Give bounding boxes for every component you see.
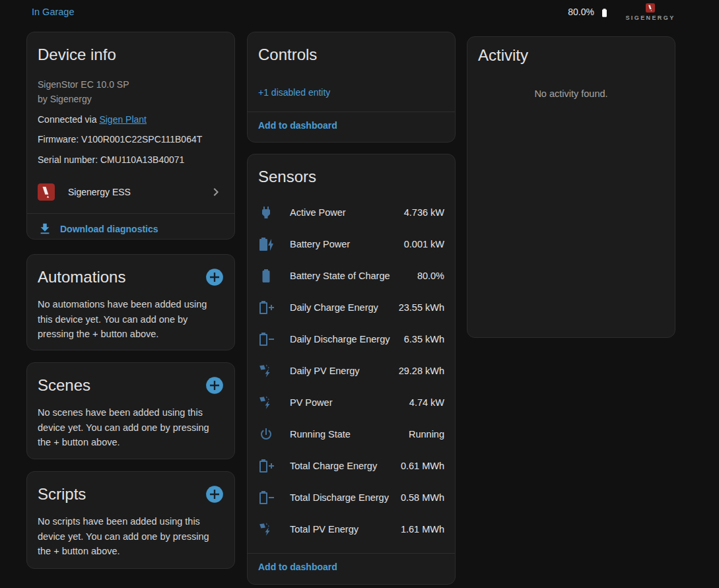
integration-row[interactable]: Sigenergy ESS (38, 176, 224, 208)
sensor-row[interactable]: Running StateRunning (258, 418, 444, 450)
battery-charging-icon (258, 236, 274, 252)
battery-minus-icon (258, 490, 274, 506)
sensors-add-to-dashboard-label: Add to dashboard (258, 562, 337, 572)
sensor-value: 1.61 MWh (401, 524, 444, 535)
right-column: Activity No activity found. (467, 0, 675, 338)
sensor-value: 23.55 kWh (399, 302, 444, 313)
sensor-row[interactable]: Daily Charge Energy23.55 kWh (258, 292, 444, 323)
sensor-label: Daily Charge Energy (290, 302, 378, 313)
sensor-row[interactable]: Total PV Energy1.61 MWh (258, 513, 444, 545)
battery-plus-icon (258, 300, 274, 315)
disabled-entities-link[interactable]: +1 disabled entity (258, 85, 330, 100)
automations-card: Automations No automations have been add… (26, 254, 235, 350)
sigenergy-integration-icon (38, 183, 55, 201)
add-automation-button[interactable] (205, 268, 224, 286)
activity-card: Activity No activity found. (467, 36, 675, 338)
sensor-label: Daily PV Energy (290, 366, 360, 376)
scenes-title: Scenes (38, 376, 90, 395)
power-plug-icon (258, 205, 274, 220)
sensor-label: Total Charge Energy (290, 461, 377, 471)
add-script-button[interactable] (205, 485, 224, 504)
add-scene-button[interactable] (205, 376, 224, 395)
sensor-row[interactable]: PV Power4.74 kW (258, 387, 444, 418)
battery-minus-icon (258, 331, 274, 347)
firmware-line: Firmware: V100R001C22SPC111B064T (38, 132, 224, 147)
middle-column: Controls +1 disabled entity Add to dashb… (247, 0, 456, 585)
solar-power-icon (258, 395, 274, 410)
sensor-list: Active Power4.736 kWBattery Power0.001 k… (258, 197, 444, 545)
sensor-label: Battery Power (290, 239, 350, 249)
scripts-empty-text: No scripts have been added using this de… (38, 514, 224, 559)
controls-add-to-dashboard-label: Add to dashboard (258, 120, 337, 131)
controls-card: Controls +1 disabled entity Add to dashb… (247, 32, 456, 143)
solar-power-icon (258, 521, 274, 537)
sensors-add-to-dashboard-button[interactable]: Add to dashboard (248, 554, 455, 580)
sensor-label: Daily Discharge Energy (290, 334, 390, 344)
battery-icon (258, 268, 274, 284)
sensor-value: 0.58 MWh (401, 492, 444, 503)
sensor-row[interactable]: Daily Discharge Energy6.35 kWh (258, 323, 444, 355)
sensor-value: 0.61 MWh (401, 461, 444, 471)
serial-line: Serial number: CMU110A13B40071 (38, 152, 224, 167)
automations-title: Automations (38, 268, 125, 286)
automations-empty-text: No automations have been added using thi… (38, 297, 224, 342)
scenes-card: Scenes No scenes have been added using t… (26, 362, 235, 459)
integration-name: Sigenergy ESS (68, 187, 131, 197)
scenes-empty-text: No scenes have been added using this dev… (38, 405, 224, 450)
download-diagnostics-label: Download diagnostics (60, 224, 158, 234)
device-model: SigenStor EC 10.0 SP (38, 77, 224, 92)
device-manufacturer: by Sigenergy (38, 92, 224, 106)
sensor-label: Total PV Energy (290, 524, 359, 535)
chevron-right-icon (208, 184, 224, 200)
sensor-value: 0.001 kW (404, 239, 444, 249)
sensor-value: 4.736 kW (404, 207, 444, 218)
solar-power-icon (258, 363, 274, 379)
controls-title: Controls (258, 46, 444, 64)
sensor-row[interactable]: Total Charge Energy0.61 MWh (258, 450, 444, 482)
left-column: Device info SigenStor EC 10.0 SP by Sige… (26, 0, 235, 569)
sensor-label: PV Power (290, 397, 332, 408)
sensor-label: Total Discharge Energy (290, 492, 389, 503)
sensors-card: Sensors Active Power4.736 kWBattery Powe… (247, 154, 456, 585)
activity-title: Activity (478, 46, 664, 65)
download-icon (38, 222, 52, 236)
activity-empty-text: No activity found. (478, 88, 664, 99)
sensor-value: 4.74 kW (409, 397, 444, 408)
sensor-value: 29.28 kWh (399, 366, 444, 376)
sensor-row[interactable]: Daily PV Energy29.28 kWh (258, 355, 444, 387)
connected-via-line: Connected via Sigen Plant (38, 112, 224, 127)
sensor-label: Battery State of Charge (290, 271, 390, 281)
battery-plus-icon (258, 458, 274, 474)
device-page: In Garage 80.0% SIGENERGY Device info Si… (0, 0, 719, 588)
sensor-value: 6.35 kWh (404, 334, 444, 344)
sensor-row[interactable]: Battery Power0.001 kW (258, 228, 444, 260)
scripts-title: Scripts (38, 485, 86, 504)
scripts-card: Scripts No scripts have been added using… (26, 471, 235, 569)
connected-via-link[interactable]: Sigen Plant (99, 114, 147, 125)
sensor-row[interactable]: Battery State of Charge80.0% (258, 260, 444, 292)
connected-via-prefix: Connected via (38, 114, 99, 125)
power-icon (258, 426, 274, 442)
sensor-value: Running (409, 429, 444, 440)
sensor-row[interactable]: Active Power4.736 kW (258, 197, 444, 228)
download-diagnostics-button[interactable]: Download diagnostics (27, 214, 234, 240)
device-info-card: Device info SigenStor EC 10.0 SP by Sige… (26, 32, 235, 240)
sensor-row[interactable]: Total Discharge Energy0.58 MWh (258, 482, 444, 513)
device-info-title: Device info (38, 46, 224, 64)
sensor-value: 80.0% (417, 271, 444, 281)
sensor-label: Running State (290, 429, 351, 440)
sensor-label: Active Power (290, 207, 346, 218)
sensors-title: Sensors (258, 168, 444, 186)
controls-add-to-dashboard-button[interactable]: Add to dashboard (248, 112, 455, 139)
